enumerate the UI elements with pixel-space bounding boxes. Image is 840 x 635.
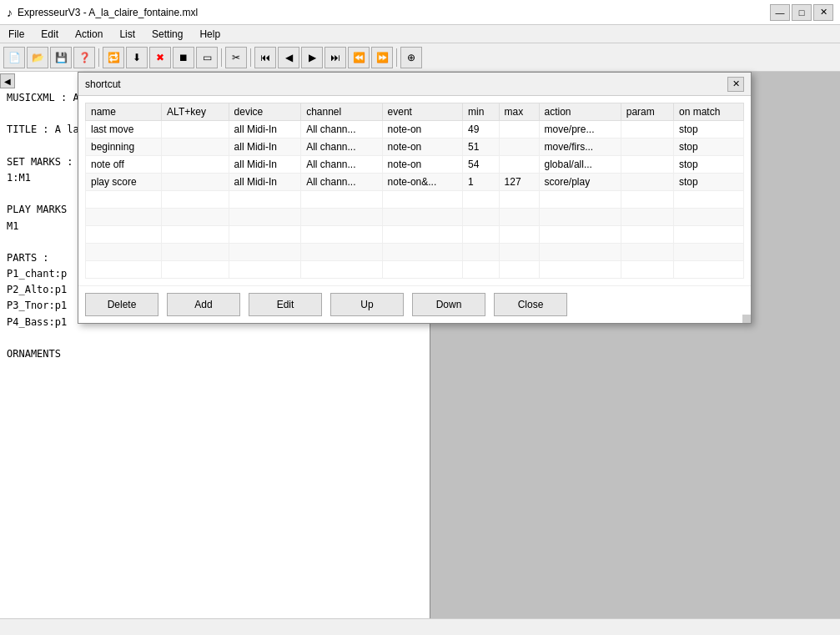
col-channel: channel: [301, 103, 382, 121]
cell-device-3: all Midi-In: [229, 174, 301, 191]
table-row[interactable]: beginning all Midi-In All chann... note-…: [86, 139, 744, 156]
toolbar-fast-prev-btn[interactable]: ⏪: [348, 47, 370, 68]
toolbar-prev-start-btn[interactable]: ⏮: [254, 47, 276, 68]
toolbar-refresh-btn[interactable]: 🔁: [103, 47, 124, 68]
table-row[interactable]: play score all Midi-In All chann... note…: [86, 174, 744, 191]
scroll-up-arrow[interactable]: ◀: [0, 73, 15, 88]
toolbar-fast-next-btn[interactable]: ⏩: [371, 47, 393, 68]
down-button[interactable]: Down: [412, 293, 485, 316]
cell-on-match-0: stop: [674, 121, 744, 139]
menu-edit[interactable]: Edit: [33, 27, 67, 42]
close-dialog-button[interactable]: Close: [494, 293, 567, 316]
menu-action[interactable]: Action: [67, 27, 111, 42]
cell-name-0: last move: [86, 121, 162, 139]
dialog-resize-handle[interactable]: [742, 315, 751, 323]
title-bar-controls: — □ ✕: [770, 4, 833, 21]
col-device: device: [229, 103, 301, 121]
table-row-empty-2: [86, 209, 744, 226]
col-name: name: [86, 103, 162, 121]
cell-max-1: [499, 139, 539, 156]
status-bar: [0, 618, 840, 635]
toolbar-rect-btn[interactable]: ▭: [196, 47, 218, 68]
up-button[interactable]: Up: [330, 293, 404, 316]
menu-bar: File Edit Action List Setting Help: [0, 25, 840, 43]
dialog-close-button[interactable]: ✕: [727, 77, 744, 92]
menu-setting[interactable]: Setting: [143, 27, 191, 42]
toolbar-save-btn[interactable]: 💾: [50, 47, 72, 68]
window-title: ExpresseurV3 - A_la_claire_fontaine.mxl: [18, 7, 198, 18]
shortcut-table: name ALT+key device channel event min ma…: [85, 103, 744, 279]
toolbar-stop-btn[interactable]: ⏹: [173, 47, 194, 68]
cell-event-1: note-on: [382, 139, 462, 156]
cell-param-0: [621, 121, 673, 139]
toolbar-next-end-btn[interactable]: ⏭: [324, 47, 346, 68]
cell-channel-0: All chann...: [301, 121, 382, 139]
toolbar-new-btn[interactable]: 📄: [3, 47, 25, 68]
edit-button[interactable]: Edit: [249, 293, 322, 316]
shortcut-dialog: shortcut ✕ name ALT+key device channel e…: [78, 72, 752, 324]
table-row[interactable]: note off all Midi-In All chann... note-o…: [86, 156, 744, 174]
cell-device-0: all Midi-In: [229, 121, 301, 139]
cell-name-2: note off: [86, 156, 162, 174]
cell-action-0: move/pre...: [539, 121, 621, 139]
cell-event-0: note-on: [382, 121, 462, 139]
content-line-15: [7, 330, 423, 346]
cell-channel-3: All chann...: [301, 174, 382, 191]
close-button[interactable]: ✕: [813, 4, 833, 21]
toolbar-cut-btn[interactable]: ✂: [225, 47, 247, 68]
header-row: name ALT+key device channel event min ma…: [86, 103, 744, 121]
cell-alt-0: [162, 121, 229, 139]
menu-list[interactable]: List: [111, 27, 143, 42]
toolbar-add-btn[interactable]: ⊕: [400, 47, 422, 68]
toolbar-prev-btn[interactable]: ◀: [278, 47, 299, 68]
table-row-empty-3: [86, 226, 744, 244]
table-header: name ALT+key device channel event min ma…: [86, 103, 744, 121]
toolbar-help-btn[interactable]: ❓: [73, 47, 95, 68]
table-row-empty-4: [86, 244, 744, 261]
maximize-button[interactable]: □: [792, 4, 812, 21]
table-row-empty-5: [86, 261, 744, 279]
cell-param-3: [621, 174, 673, 191]
cell-param-1: [621, 139, 673, 156]
col-alt-key: ALT+key: [162, 103, 229, 121]
cell-max-0: [499, 121, 539, 139]
cell-on-match-2: stop: [674, 156, 744, 174]
cell-alt-1: [162, 139, 229, 156]
toolbar-down-btn[interactable]: ⬇: [126, 47, 148, 68]
cell-event-2: note-on: [382, 156, 462, 174]
col-min: min: [463, 103, 500, 121]
toolbar-sep-2: [221, 48, 222, 67]
cell-action-1: move/firs...: [539, 139, 621, 156]
toolbar-stop-red-btn[interactable]: ✖: [149, 47, 171, 68]
delete-button[interactable]: Delete: [85, 293, 158, 316]
menu-file[interactable]: File: [0, 27, 33, 42]
cell-min-0: 49: [463, 121, 500, 139]
cell-on-match-3: stop: [674, 174, 744, 191]
add-button[interactable]: Add: [167, 293, 240, 316]
toolbar-next-btn[interactable]: ▶: [301, 47, 323, 68]
toolbar-sep-1: [98, 48, 99, 67]
cell-max-2: [499, 156, 539, 174]
cell-channel-1: All chann...: [301, 139, 382, 156]
menu-help[interactable]: Help: [191, 27, 229, 42]
cell-on-match-1: stop: [674, 139, 744, 156]
cell-min-2: 54: [463, 156, 500, 174]
toolbar-open-btn[interactable]: 📂: [27, 47, 48, 68]
cell-device-1: all Midi-In: [229, 139, 301, 156]
toolbar-sep-4: [396, 48, 397, 67]
cell-event-3: note-on&...: [382, 174, 462, 191]
cell-min-1: 51: [463, 139, 500, 156]
table-row[interactable]: last move all Midi-In All chann... note-…: [86, 121, 744, 139]
dialog-table-container: name ALT+key device channel event min ma…: [78, 96, 751, 285]
dialog-buttons: Delete Add Edit Up Down Close: [78, 285, 751, 323]
content-line-16: ORNAMENTS: [7, 346, 423, 362]
dialog-title-bar: shortcut ✕: [78, 73, 751, 96]
table-body: last move all Midi-In All chann... note-…: [86, 121, 744, 279]
cell-action-2: global/all...: [539, 156, 621, 174]
title-bar: ♪ ExpresseurV3 - A_la_claire_fontaine.mx…: [0, 0, 840, 25]
cell-channel-2: All chann...: [301, 156, 382, 174]
cell-param-2: [621, 156, 673, 174]
cell-device-2: all Midi-In: [229, 156, 301, 174]
col-param: param: [621, 103, 673, 121]
minimize-button[interactable]: —: [770, 4, 790, 21]
